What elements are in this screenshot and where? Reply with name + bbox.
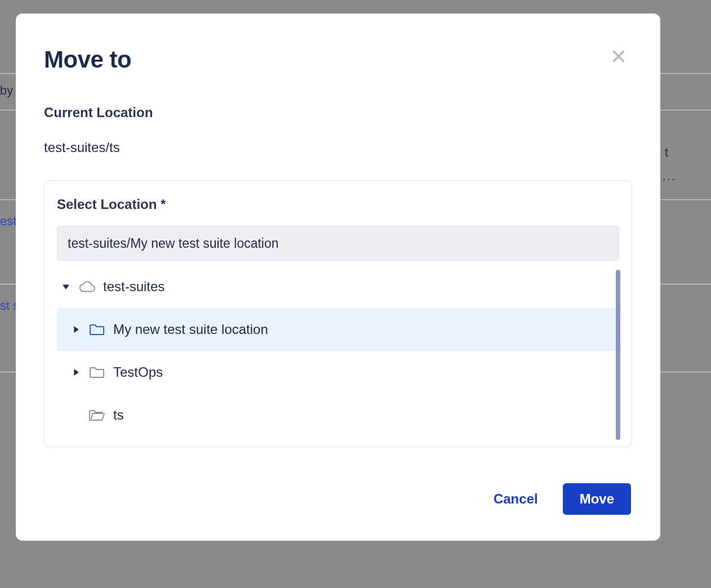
- tree-item-label: My new test suite location: [113, 322, 268, 337]
- tree-item-label: ts: [113, 407, 124, 423]
- modal-title: Move to: [44, 46, 632, 73]
- tree-item-label: test-suites: [103, 279, 165, 295]
- chevron-right-icon[interactable]: [72, 368, 81, 377]
- folder-icon: [88, 321, 105, 338]
- svg-marker-2: [63, 284, 69, 289]
- close-icon: [611, 48, 626, 64]
- move-to-modal: Move to Current Location test-suites/ts …: [16, 14, 660, 541]
- tree-item-label: TestOps: [113, 364, 163, 380]
- tree-item-ts[interactable]: ts: [57, 394, 619, 436]
- chevron-down-icon[interactable]: [61, 282, 70, 291]
- folder-icon: [88, 364, 105, 381]
- tree-item-my-new-test-suite-location[interactable]: My new test suite location: [57, 308, 619, 351]
- current-location-label: Current Location: [44, 105, 632, 121]
- background-truncated-text: ...: [663, 169, 676, 184]
- current-location-path: test-suites/ts: [44, 140, 632, 155]
- background-truncated-text: t: [665, 145, 668, 160]
- cancel-button[interactable]: Cancel: [494, 491, 538, 507]
- svg-marker-4: [74, 369, 78, 376]
- background-truncated-text: by: [0, 83, 13, 98]
- svg-marker-3: [74, 326, 78, 333]
- close-button[interactable]: [607, 45, 630, 68]
- tree-root-test-suites[interactable]: test-suites: [57, 265, 619, 308]
- folder-open-icon: [88, 407, 105, 424]
- background-truncated-link: est: [0, 214, 16, 229]
- select-location-panel: Select Location * test-suites: [44, 180, 632, 447]
- selected-path-input[interactable]: [57, 226, 619, 261]
- move-button[interactable]: Move: [563, 483, 631, 515]
- select-location-label: Select Location *: [57, 197, 619, 212]
- tree-scrollbar[interactable]: [616, 270, 620, 440]
- chevron-right-icon[interactable]: [72, 325, 81, 334]
- cloud-icon: [78, 278, 95, 295]
- tree-item-testops[interactable]: TestOps: [57, 351, 619, 394]
- location-tree: test-suites My new test suite location: [57, 265, 619, 436]
- modal-footer: Cancel Move: [44, 483, 632, 515]
